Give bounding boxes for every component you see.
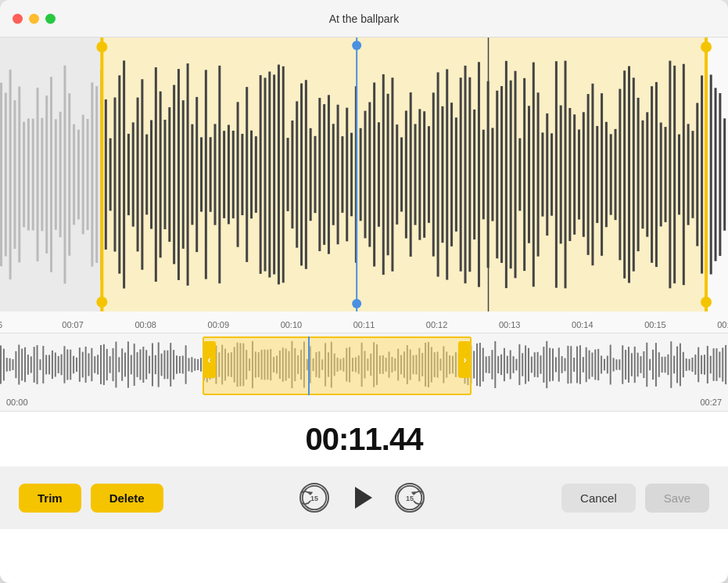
- rewind-circle: 15: [299, 483, 329, 513]
- time-axis-label: 00:12: [426, 320, 448, 329]
- main-waveform[interactable]: [0, 38, 728, 311]
- mini-time-start: 00:00: [6, 398, 28, 407]
- svg-text:15: 15: [310, 495, 318, 502]
- time-axis-label: 00:15: [644, 320, 666, 329]
- forward-icon: 15: [396, 483, 423, 513]
- close-button[interactable]: [13, 13, 23, 23]
- time-axis-label: 00:08: [134, 320, 156, 329]
- minimize-button[interactable]: [29, 13, 39, 23]
- time-axis-label: 00:07: [62, 320, 84, 329]
- time-axis-label: 00:09: [208, 320, 230, 329]
- window-controls: [13, 13, 56, 23]
- mini-selected-region[interactable]: ‹ ›: [203, 336, 472, 395]
- time-axis: 600:0700:0800:0900:1000:1100:1200:1300:1…: [0, 311, 728, 333]
- forward-circle: 15: [395, 483, 425, 513]
- time-axis-label: 00:14: [572, 320, 594, 329]
- time-axis-label: 00:11: [353, 320, 375, 329]
- mini-waveform-area[interactable]: ‹ › 00:00 00:27: [0, 333, 728, 412]
- rewind-button[interactable]: 15: [299, 483, 329, 513]
- main-window: At the ballpark 600:0700:0800:0900:1000:…: [0, 0, 728, 583]
- svg-text:15: 15: [406, 495, 414, 502]
- right-chevron-icon: ›: [463, 354, 466, 365]
- title-bar: At the ballpark: [0, 0, 728, 38]
- rewind-icon: 15: [301, 483, 328, 513]
- controls-bar: Trim Delete 15: [0, 466, 728, 529]
- forward-button[interactable]: 15: [395, 483, 425, 513]
- mini-right-handle[interactable]: ›: [458, 341, 471, 378]
- current-time: 00:11.44: [306, 422, 423, 457]
- cancel-button[interactable]: Cancel: [561, 484, 636, 513]
- maximize-button[interactable]: [45, 13, 56, 23]
- playback-controls: 15 15: [299, 480, 425, 515]
- play-icon: [355, 487, 372, 509]
- play-button[interactable]: [345, 480, 379, 515]
- save-button[interactable]: Save: [645, 484, 709, 513]
- left-chevron-icon: ‹: [208, 354, 211, 365]
- mini-time-axis: 00:00 00:27: [0, 395, 728, 409]
- mini-time-end: 00:27: [700, 398, 722, 407]
- time-display: 00:11.44: [0, 412, 728, 466]
- trim-button[interactable]: Trim: [19, 484, 81, 513]
- time-axis-label: 00:13: [499, 320, 521, 329]
- action-buttons: Cancel Save: [561, 484, 709, 513]
- time-axis-label: 6: [0, 320, 2, 329]
- time-axis-label: 00:16: [717, 320, 728, 329]
- waveform-canvas: [0, 38, 728, 311]
- window-title: At the ballpark: [329, 13, 400, 25]
- edit-buttons: Trim Delete: [19, 484, 163, 513]
- time-axis-label: 00:10: [281, 320, 303, 329]
- delete-button[interactable]: Delete: [91, 484, 163, 513]
- mini-left-handle[interactable]: ‹: [203, 341, 216, 378]
